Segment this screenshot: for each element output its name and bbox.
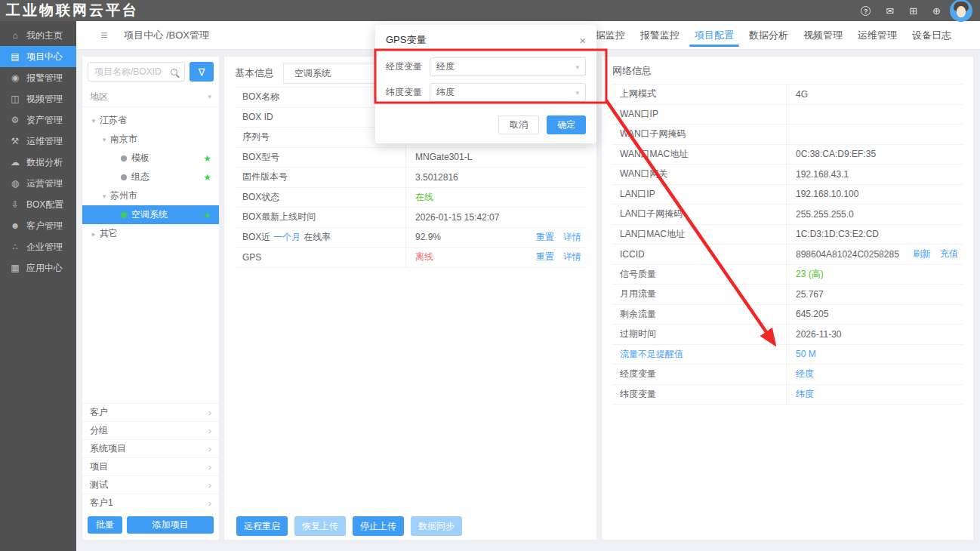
row-value: 23 (高) <box>796 268 824 281</box>
fullscreen-icon[interactable]: ⊞ <box>909 6 917 16</box>
sidebar-item[interactable]: ▦ 应用中心 <box>0 257 76 279</box>
group-section[interactable]: 项目 › <box>82 457 219 476</box>
row-value-cell: MNGate301-L <box>405 148 586 168</box>
row-value-cell: 4G <box>786 85 963 104</box>
tree-node[interactable]: 空调系统 ★ <box>82 205 219 224</box>
row-label-cell: LAN口IP <box>612 185 786 205</box>
row-action-link[interactable]: 详情 <box>563 251 581 263</box>
hamburger-icon[interactable]: ≡ <box>100 29 107 42</box>
row-action-link[interactable]: 详情 <box>563 231 581 244</box>
sidebar-item[interactable]: ▤ 项目中心 <box>0 46 76 67</box>
help-icon[interactable]: ? <box>861 6 871 16</box>
close-icon[interactable]: × <box>579 35 586 46</box>
row-label: WAN口网关 <box>620 168 668 180</box>
tree-node[interactable]: 苏州市 <box>82 186 219 205</box>
sidebar-item[interactable]: ◍ 运营管理 <box>0 173 76 194</box>
app-center-icon: ▦ <box>9 263 21 273</box>
action-button[interactable]: 远程重启 <box>236 516 288 536</box>
sidebar-item[interactable]: ⌂ 我的主页 <box>0 25 76 46</box>
star-icon[interactable]: ★ <box>203 153 211 164</box>
search-input[interactable] <box>88 66 171 77</box>
modal-field-row: 经度变量 经度 ▾ <box>386 57 586 76</box>
row-label-cell: 经度变量 <box>612 365 786 384</box>
row-value-cell: 在线 <box>405 188 586 208</box>
tree-node[interactable]: 南京市 <box>82 130 219 149</box>
project-tab[interactable]: 空调系统 <box>284 67 331 80</box>
table-row: 剩余流量 645.205 <box>612 305 963 325</box>
row-value[interactable]: 经度 <box>796 368 814 380</box>
tree-node[interactable]: 其它 <box>82 224 219 243</box>
row-label-link[interactable]: 一个月 <box>273 231 300 244</box>
table-row: 固件版本号 3.5012816 <box>235 168 586 188</box>
table-row: 过期时间 2026-11-30 <box>612 325 963 345</box>
sidebar-item-label: 我的主页 <box>26 29 63 42</box>
mail-icon[interactable]: ✉ <box>886 6 894 16</box>
sidebar-item-label: 运维管理 <box>26 135 63 148</box>
sidebar-item-label: 报警管理 <box>26 72 63 85</box>
row-label: 上网模式 <box>620 88 656 100</box>
group-section[interactable]: 客户1 › <box>82 494 219 512</box>
nav-tab[interactable]: 设备日志 <box>912 21 951 49</box>
region-header[interactable]: 地区 ▾ <box>82 87 219 107</box>
row-action-link[interactable]: 重置 <box>536 251 554 263</box>
confirm-button[interactable]: 确定 <box>547 115 586 134</box>
modal-field-row: 纬度变量 纬度 ▾ <box>386 83 586 102</box>
row-value-cell: 92.9% 重置 详情 <box>405 228 586 248</box>
nav-tab[interactable]: 项目配置 <box>695 21 734 49</box>
sidebar-item[interactable]: ⚒ 运维管理 <box>0 131 76 152</box>
language-globe-icon[interactable]: ⊕ <box>932 6 941 16</box>
tree-node[interactable]: 模板 ★ <box>82 149 219 168</box>
group-section[interactable]: 分组 › <box>82 421 219 439</box>
star-icon[interactable]: ★ <box>203 210 211 220</box>
row-action-link[interactable]: 刷新 <box>913 248 931 260</box>
search-icon[interactable] <box>171 69 177 75</box>
app-header: 工业物联网云平台 ? ✉ ⊞ ⊕ <box>0 0 980 21</box>
cancel-button[interactable]: 取消 <box>498 115 539 134</box>
group-section[interactable]: 测试 › <box>82 476 219 494</box>
sidebar-item[interactable]: ∴ 企业管理 <box>0 236 76 257</box>
table-row: ICCID 898604A81024C0258285 刷新 充值 <box>612 245 963 265</box>
sidebar-item[interactable]: ⚙ 资产管理 <box>0 109 76 131</box>
table-row: LAN口子网掩码 255.255.255.0 <box>612 205 963 225</box>
row-value[interactable]: 50 M <box>796 349 816 359</box>
node-status-dot-icon <box>121 155 127 162</box>
filter-button[interactable]: ∇ <box>190 62 214 82</box>
nav-tab[interactable]: 运维管理 <box>858 21 897 49</box>
tree-node[interactable]: 江苏省 <box>82 111 219 130</box>
network-info-table: 上网模式 4G WAN口IP <box>612 84 963 405</box>
section-label: 客户 <box>90 406 108 419</box>
row-links: 重置 详情 <box>536 231 586 244</box>
action-button[interactable]: 数据同步 <box>411 516 462 536</box>
row-label: BOX名称 <box>242 91 279 103</box>
row-label-cell: 信号质量 <box>612 265 786 285</box>
user-avatar[interactable] <box>950 0 972 22</box>
row-action-link[interactable]: 重置 <box>536 231 554 244</box>
sidebar-item[interactable]: ☁ 数据分析 <box>0 152 76 173</box>
row-value: 1C:D3:1D:C3:E2:CD <box>796 229 879 239</box>
row-action-link[interactable]: 充值 <box>940 248 958 260</box>
action-button[interactable]: 恢复上传 <box>294 516 346 536</box>
row-label-cell: BOX型号 <box>235 148 405 168</box>
tree-node[interactable]: 组态 ★ <box>82 168 219 186</box>
variable-select[interactable]: 经度 ▾ <box>430 57 586 76</box>
star-icon[interactable]: ★ <box>203 172 211 183</box>
action-button[interactable]: 停止上传 <box>353 516 404 536</box>
nav-tab[interactable]: 视频管理 <box>803 21 843 49</box>
row-label-cell: 上网模式 <box>612 85 786 104</box>
group-section[interactable]: 客户 › <box>82 403 219 421</box>
sidebar-item[interactable]: ☻ 客户管理 <box>0 215 76 236</box>
variable-select[interactable]: 纬度 ▾ <box>430 83 586 102</box>
sidebar-item[interactable]: ⇩ BOX配置 <box>0 194 76 215</box>
row-value[interactable]: 纬度 <box>796 388 814 401</box>
nav-tab[interactable]: 数据分析 <box>749 21 788 49</box>
ops-wrench-icon: ⚒ <box>9 136 21 146</box>
row-value-cell: 192.168.10.100 <box>786 185 963 205</box>
sidebar-item[interactable]: ◫ 视频管理 <box>0 88 76 109</box>
add-project-button[interactable]: 添加项目 <box>127 516 214 534</box>
home-icon: ⌂ <box>9 30 21 41</box>
batch-button[interactable]: 批量 <box>88 516 122 534</box>
group-section[interactable]: 系统项目 › <box>82 439 219 457</box>
sidebar-item[interactable]: ◉ 报警管理 <box>0 67 76 88</box>
nav-tab[interactable]: 报警监控 <box>640 21 680 49</box>
alarm-bell-icon: ◉ <box>9 72 21 83</box>
